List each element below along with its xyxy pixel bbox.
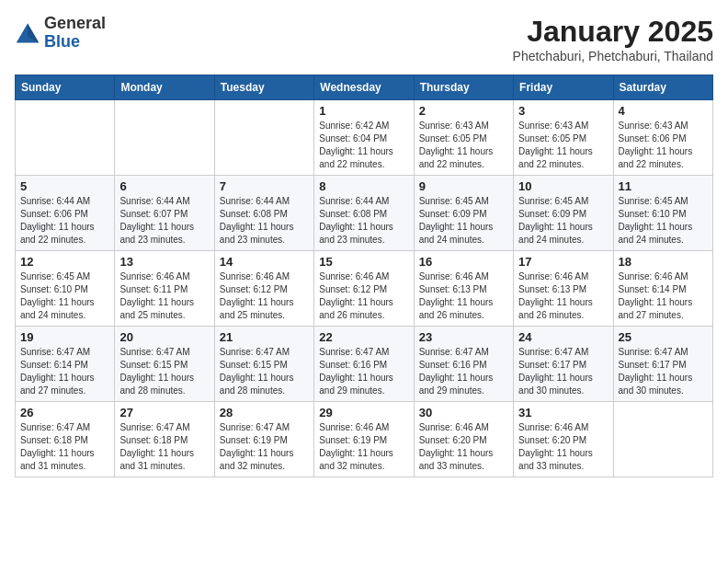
calendar-cell: 19Sunrise: 6:47 AM Sunset: 6:14 PM Dayli…: [16, 327, 115, 402]
day-number: 11: [619, 179, 708, 193]
day-info: Sunrise: 6:47 AM Sunset: 6:15 PM Dayligh…: [119, 346, 209, 397]
title-block: January 2025 Phetchaburi, Phetchaburi, T…: [513, 15, 713, 63]
day-info: Sunrise: 6:45 AM Sunset: 6:09 PM Dayligh…: [518, 195, 608, 247]
day-number: 19: [20, 330, 109, 344]
calendar-cell: [214, 100, 313, 176]
day-number: 27: [119, 406, 209, 419]
day-number: 20: [119, 330, 209, 344]
day-number: 24: [518, 330, 608, 344]
day-info: Sunrise: 6:46 AM Sunset: 6:12 PM Dayligh…: [220, 270, 309, 322]
logo-blue: Blue: [44, 32, 80, 51]
day-info: Sunrise: 6:46 AM Sunset: 6:19 PM Dayligh…: [319, 421, 408, 473]
calendar-table: SundayMondayTuesdayWednesdayThursdayFrid…: [15, 75, 713, 477]
calendar-week-row: 5Sunrise: 6:44 AM Sunset: 6:06 PM Daylig…: [16, 176, 713, 251]
weekday-header-tuesday: Tuesday: [214, 75, 313, 100]
day-info: Sunrise: 6:47 AM Sunset: 6:16 PM Dayligh…: [419, 346, 508, 397]
month-title: January 2025: [513, 15, 713, 49]
weekday-header-saturday: Saturday: [613, 75, 712, 100]
calendar-cell: 2Sunrise: 6:43 AM Sunset: 6:05 PM Daylig…: [414, 100, 513, 176]
day-number: 18: [619, 255, 708, 269]
calendar-cell: 26Sunrise: 6:47 AM Sunset: 6:18 PM Dayli…: [16, 402, 115, 477]
day-info: Sunrise: 6:47 AM Sunset: 6:17 PM Dayligh…: [518, 346, 608, 397]
calendar-cell: 15Sunrise: 6:46 AM Sunset: 6:12 PM Dayli…: [314, 251, 414, 327]
calendar-cell: 12Sunrise: 6:45 AM Sunset: 6:10 PM Dayli…: [16, 251, 115, 327]
day-info: Sunrise: 6:42 AM Sunset: 6:04 PM Dayligh…: [319, 120, 408, 171]
weekday-header-wednesday: Wednesday: [314, 75, 414, 100]
calendar-cell: 11Sunrise: 6:45 AM Sunset: 6:10 PM Dayli…: [613, 176, 712, 251]
day-number: 16: [419, 255, 508, 269]
day-number: 29: [319, 406, 408, 419]
day-info: Sunrise: 6:47 AM Sunset: 6:14 PM Dayligh…: [20, 346, 109, 397]
calendar-cell: 21Sunrise: 6:47 AM Sunset: 6:15 PM Dayli…: [214, 327, 313, 402]
calendar-cell: 18Sunrise: 6:46 AM Sunset: 6:14 PM Dayli…: [613, 251, 712, 327]
calendar-cell: 31Sunrise: 6:46 AM Sunset: 6:20 PM Dayli…: [514, 402, 613, 477]
day-info: Sunrise: 6:46 AM Sunset: 6:11 PM Dayligh…: [119, 270, 209, 322]
day-number: 1: [319, 104, 408, 118]
day-number: 8: [319, 179, 408, 193]
calendar-cell: 27Sunrise: 6:47 AM Sunset: 6:18 PM Dayli…: [115, 402, 214, 477]
calendar-cell: 14Sunrise: 6:46 AM Sunset: 6:12 PM Dayli…: [214, 251, 313, 327]
day-info: Sunrise: 6:47 AM Sunset: 6:18 PM Dayligh…: [119, 421, 209, 473]
day-info: Sunrise: 6:46 AM Sunset: 6:13 PM Dayligh…: [518, 270, 608, 322]
weekday-header-sunday: Sunday: [16, 75, 115, 100]
day-number: 15: [319, 255, 408, 269]
day-number: 9: [419, 179, 508, 193]
calendar-cell: 22Sunrise: 6:47 AM Sunset: 6:16 PM Dayli…: [314, 327, 414, 402]
weekday-header-row: SundayMondayTuesdayWednesdayThursdayFrid…: [16, 75, 713, 100]
day-number: 10: [518, 179, 608, 193]
day-number: 6: [119, 179, 209, 193]
day-info: Sunrise: 6:47 AM Sunset: 6:16 PM Dayligh…: [319, 346, 408, 397]
day-number: 12: [20, 255, 109, 269]
day-info: Sunrise: 6:46 AM Sunset: 6:14 PM Dayligh…: [619, 270, 708, 322]
calendar-cell: 5Sunrise: 6:44 AM Sunset: 6:06 PM Daylig…: [16, 176, 115, 251]
page-header: General Blue January 2025 Phetchaburi, P…: [15, 15, 713, 63]
calendar-cell: 20Sunrise: 6:47 AM Sunset: 6:15 PM Dayli…: [115, 327, 214, 402]
day-info: Sunrise: 6:45 AM Sunset: 6:09 PM Dayligh…: [419, 195, 508, 247]
calendar-week-row: 19Sunrise: 6:47 AM Sunset: 6:14 PM Dayli…: [16, 327, 713, 402]
calendar-cell: 17Sunrise: 6:46 AM Sunset: 6:13 PM Dayli…: [514, 251, 613, 327]
day-info: Sunrise: 6:47 AM Sunset: 6:19 PM Dayligh…: [220, 421, 309, 473]
day-number: 23: [419, 330, 508, 344]
day-number: 31: [518, 406, 608, 419]
weekday-header-monday: Monday: [115, 75, 214, 100]
calendar-week-row: 1Sunrise: 6:42 AM Sunset: 6:04 PM Daylig…: [16, 100, 713, 176]
weekday-header-thursday: Thursday: [414, 75, 513, 100]
calendar-cell: [613, 402, 712, 477]
day-number: 30: [419, 406, 508, 419]
day-info: Sunrise: 6:46 AM Sunset: 6:20 PM Dayligh…: [518, 421, 608, 473]
day-info: Sunrise: 6:44 AM Sunset: 6:06 PM Dayligh…: [20, 195, 109, 247]
calendar-cell: [16, 100, 115, 176]
day-number: 26: [20, 406, 109, 419]
calendar-cell: 7Sunrise: 6:44 AM Sunset: 6:08 PM Daylig…: [214, 176, 313, 251]
day-number: 28: [220, 406, 309, 419]
day-info: Sunrise: 6:47 AM Sunset: 6:17 PM Dayligh…: [619, 346, 708, 397]
day-number: 13: [119, 255, 209, 269]
weekday-header-friday: Friday: [514, 75, 613, 100]
calendar-cell: 13Sunrise: 6:46 AM Sunset: 6:11 PM Dayli…: [115, 251, 214, 327]
calendar-cell: 1Sunrise: 6:42 AM Sunset: 6:04 PM Daylig…: [314, 100, 414, 176]
day-number: 7: [220, 179, 309, 193]
day-info: Sunrise: 6:46 AM Sunset: 6:12 PM Dayligh…: [319, 270, 408, 322]
day-info: Sunrise: 6:43 AM Sunset: 6:06 PM Dayligh…: [619, 120, 708, 171]
calendar-cell: 24Sunrise: 6:47 AM Sunset: 6:17 PM Dayli…: [514, 327, 613, 402]
day-number: 2: [419, 104, 508, 118]
day-info: Sunrise: 6:43 AM Sunset: 6:05 PM Dayligh…: [518, 120, 608, 171]
day-info: Sunrise: 6:45 AM Sunset: 6:10 PM Dayligh…: [20, 270, 109, 322]
calendar-week-row: 26Sunrise: 6:47 AM Sunset: 6:18 PM Dayli…: [16, 402, 713, 477]
day-info: Sunrise: 6:44 AM Sunset: 6:08 PM Dayligh…: [319, 195, 408, 247]
logo-general: General: [44, 14, 106, 32]
day-number: 17: [518, 255, 608, 269]
logo-text: General Blue: [44, 15, 106, 52]
calendar-cell: 30Sunrise: 6:46 AM Sunset: 6:20 PM Dayli…: [414, 402, 513, 477]
calendar-cell: 9Sunrise: 6:45 AM Sunset: 6:09 PM Daylig…: [414, 176, 513, 251]
day-info: Sunrise: 6:47 AM Sunset: 6:15 PM Dayligh…: [220, 346, 309, 397]
day-number: 25: [619, 330, 708, 344]
day-info: Sunrise: 6:46 AM Sunset: 6:13 PM Dayligh…: [419, 270, 508, 322]
calendar-cell: 10Sunrise: 6:45 AM Sunset: 6:09 PM Dayli…: [514, 176, 613, 251]
calendar-cell: [115, 100, 214, 176]
day-number: 5: [20, 179, 109, 193]
day-number: 21: [220, 330, 309, 344]
calendar-cell: 29Sunrise: 6:46 AM Sunset: 6:19 PM Dayli…: [314, 402, 414, 477]
day-number: 22: [319, 330, 408, 344]
day-info: Sunrise: 6:43 AM Sunset: 6:05 PM Dayligh…: [419, 120, 508, 171]
